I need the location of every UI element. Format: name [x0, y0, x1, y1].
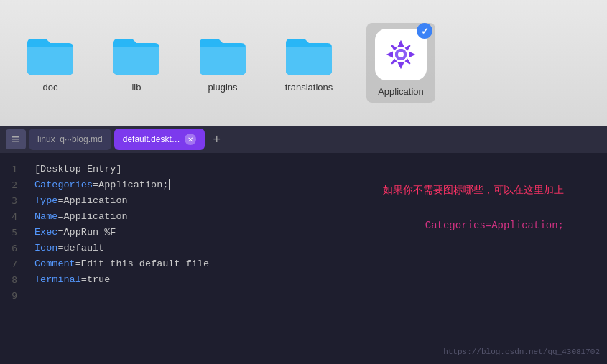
app-application-label: Application: [378, 86, 424, 97]
tab-add-button[interactable]: +: [208, 130, 226, 149]
svg-rect-5: [12, 139, 19, 140]
file-browser: doc lib plugins translations: [0, 0, 607, 126]
folder-translations-label: translations: [285, 82, 333, 93]
code-line-8: Terminal=true: [34, 272, 596, 288]
line-num-7: 7: [11, 256, 17, 272]
folder-translations[interactable]: translations: [280, 33, 338, 93]
code-line-9: [34, 288, 596, 304]
editor-body[interactable]: 1 2 3 4 5 6 7 8 9 [Desktop Entry] Catego…: [0, 153, 607, 364]
tab-blog-md-label: linux_q···blog.md: [37, 134, 103, 144]
gear-icon: [383, 37, 419, 73]
code-line-7: Comment=Edit this default file: [34, 256, 596, 272]
folder-doc-label: doc: [43, 82, 58, 93]
annotation-code: Categories=Application;: [425, 218, 564, 233]
folder-plugins[interactable]: plugins: [194, 33, 251, 93]
app-application[interactable]: Application: [366, 23, 435, 103]
line-num-8: 8: [11, 272, 17, 288]
folder-lib-icon: [111, 33, 162, 76]
tab-side-button[interactable]: [6, 129, 26, 149]
list-icon: [11, 134, 21, 144]
tab-blog-md[interactable]: linux_q···blog.md: [29, 129, 111, 150]
tab-default-desktop-label: default.deskt…: [123, 134, 180, 144]
folder-doc[interactable]: doc: [22, 33, 79, 93]
folder-plugins-icon: [197, 33, 249, 76]
code-editor[interactable]: [Desktop Entry] Categories=Application; …: [23, 153, 607, 364]
line-num-2: 2: [11, 177, 17, 193]
tab-close-button[interactable]: ✕: [185, 134, 196, 145]
code-line-6: Icon=default: [34, 241, 596, 256]
tab-bar: linux_q···blog.md default.deskt… ✕ +: [0, 126, 607, 153]
annotation-main: 如果你不需要图标哪些，可以在这里加上: [383, 182, 564, 197]
svg-rect-6: [12, 141, 19, 142]
line-num-4: 4: [11, 209, 17, 225]
folder-translations-icon: [283, 33, 335, 76]
selected-checkmark: [417, 23, 432, 39]
tab-default-desktop[interactable]: default.deskt… ✕: [114, 129, 205, 150]
svg-rect-4: [12, 136, 19, 138]
folder-lib-label: lib: [131, 82, 141, 93]
editor-section: linux_q···blog.md default.deskt… ✕ + 1 2…: [0, 126, 607, 364]
folder-plugins-label: plugins: [208, 82, 237, 93]
watermark: https://blog.csdn.net/qq_43081702: [443, 344, 600, 360]
line-num-5: 5: [11, 225, 17, 241]
folder-doc-icon: [24, 33, 76, 76]
svg-point-3: [398, 52, 404, 57]
line-num-1: 1: [11, 162, 17, 177]
line-num-3: 3: [11, 193, 17, 209]
line-numbers: 1 2 3 4 5 6 7 8 9: [0, 153, 23, 364]
line-num-6: 6: [11, 241, 17, 256]
code-line-1: [Desktop Entry]: [34, 162, 596, 177]
line-num-9: 9: [11, 288, 17, 304]
folder-lib[interactable]: lib: [108, 33, 165, 93]
